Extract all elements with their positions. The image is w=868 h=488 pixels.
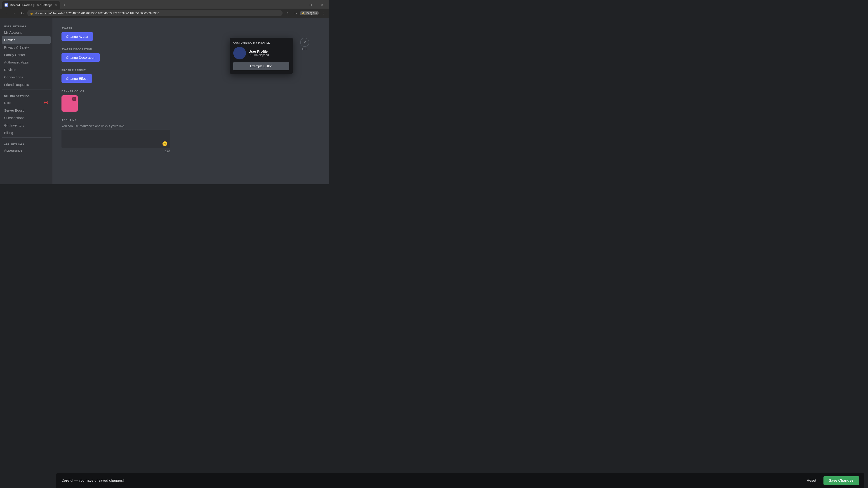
settings-sidebar: User Settings My Account Profiles Privac… [0, 18, 53, 184]
appearance-label: Appearance [4, 149, 22, 152]
sidebar-item-family-center[interactable]: Family Center [2, 51, 51, 59]
tab-title: Discord | Profiles | User Settings [10, 3, 52, 7]
app-container: User Settings My Account Profiles Privac… [0, 18, 329, 184]
tab-bar: Discord | Profiles | User Settings ✕ + ─… [0, 0, 329, 8]
billing-settings-section-label: Billing Settings [2, 93, 51, 98]
billing-label: Billing [4, 131, 13, 135]
sidebar-item-authorized-apps[interactable]: Authorized Apps [2, 59, 51, 66]
authorized-apps-label: Authorized Apps [4, 60, 29, 64]
app-settings-section-label: App Settings [2, 141, 51, 147]
esc-close-button[interactable]: ✕ [300, 38, 309, 47]
incognito-icon: 🕵️ [302, 11, 305, 15]
sidebar-item-my-account[interactable]: My Account [2, 29, 51, 36]
profile-preview-panel: Customizing My Profile 🚀 User Profile 01… [230, 38, 293, 74]
char-count: 190 [61, 150, 170, 153]
sidebar-item-gift-inventory[interactable]: Gift Inventory [2, 122, 51, 129]
sidebar-item-billing[interactable]: Billing [2, 129, 51, 136]
friend-requests-label: Friend Requests [4, 83, 29, 87]
privacy-safety-label: Privacy & Safety [4, 45, 29, 49]
change-effect-button[interactable]: Change Effect [61, 74, 92, 83]
profile-info: User Profile 01 : 06 elapsed [249, 50, 289, 57]
banner-color-edit-icon: ✏ [72, 97, 76, 101]
new-tab-button[interactable]: + [61, 2, 68, 8]
url-text: discord.com/channels/1182346851781984336… [35, 11, 159, 15]
nitro-badge [44, 100, 49, 105]
sidebar-item-connections[interactable]: Connections [2, 73, 51, 81]
forward-button[interactable]: → [11, 10, 17, 16]
window-controls: ─ ❐ ✕ [294, 1, 327, 9]
back-button[interactable]: ← [3, 10, 9, 16]
char-count-value: 190 [165, 150, 170, 153]
sidebar-item-privacy-safety[interactable]: Privacy & Safety [2, 43, 51, 51]
profile-preview-card: 🚀 User Profile 01 : 06 elapsed [233, 47, 289, 59]
minimize-button[interactable]: ─ [294, 1, 305, 9]
profile-avatar: 🚀 [233, 47, 246, 59]
banner-color-section: Banner Color ✏ [61, 90, 320, 111]
change-decoration-button[interactable]: Change Decoration [61, 53, 100, 62]
my-account-label: My Account [4, 31, 22, 34]
user-settings-section-label: User Settings [2, 23, 51, 29]
address-bar-row: ← → ↻ 🔒 discord.com/channels/11823468517… [0, 8, 329, 18]
browser-chrome: Discord | Profiles | User Settings ✕ + ─… [0, 0, 329, 18]
subscriptions-label: Subscriptions [4, 116, 24, 120]
incognito-label: Incognito [306, 11, 317, 15]
about-me-label: About Me [61, 119, 320, 122]
gift-inventory-label: Gift Inventory [4, 123, 24, 127]
browser-actions: ☆ ▭ 🕵️ Incognito ⋮ [284, 10, 327, 16]
profile-elapsed: 01 : 06 elapsed [249, 53, 289, 57]
sidebar-item-appearance[interactable]: Appearance [2, 147, 51, 154]
close-button[interactable]: ✕ [317, 1, 327, 9]
esc-button-group: ✕ ESC [300, 38, 309, 51]
server-boost-label: Server Boost [4, 108, 24, 112]
nitro-label: Nitro [4, 101, 11, 105]
refresh-button[interactable]: ↻ [19, 10, 25, 16]
connections-label: Connections [4, 75, 23, 79]
sidebar-item-profiles[interactable]: Profiles [2, 36, 51, 43]
main-content: Avatar Change Avatar Avatar Decoration C… [53, 18, 329, 184]
bookmark-button[interactable]: ☆ [284, 10, 291, 16]
tab-close-btn[interactable]: ✕ [54, 3, 58, 7]
sidebar-item-nitro[interactable]: Nitro [2, 98, 51, 107]
sidebar-item-subscriptions[interactable]: Subscriptions [2, 114, 51, 122]
svg-point-2 [45, 102, 47, 103]
about-me-textarea-wrapper: 😊 [61, 130, 170, 149]
change-avatar-button[interactable]: Change Avatar [61, 32, 93, 41]
svg-point-0 [5, 4, 7, 6]
esc-label: ESC [302, 48, 307, 51]
sidebar-item-devices[interactable]: Devices [2, 66, 51, 73]
svg-rect-3 [235, 48, 244, 58]
lock-icon: 🔒 [30, 11, 33, 15]
family-center-label: Family Center [4, 53, 25, 57]
tab-favicon [4, 3, 8, 7]
active-tab[interactable]: Discord | Profiles | User Settings ✕ [2, 1, 60, 8]
profiles-label: Profiles [4, 38, 16, 42]
banner-color-swatch[interactable]: ✏ [61, 95, 78, 111]
sidebar-item-friend-requests[interactable]: Friend Requests [2, 81, 51, 88]
address-bar[interactable]: 🔒 discord.com/channels/11823468517819843… [27, 10, 283, 16]
incognito-badge[interactable]: 🕵️ Incognito [300, 11, 319, 15]
sidebar-button[interactable]: ▭ [292, 10, 298, 16]
banner-color-label: Banner Color [61, 90, 320, 93]
devices-label: Devices [4, 68, 16, 72]
emoji-picker-button[interactable]: 😊 [162, 141, 168, 147]
about-me-section: About Me You can use markdown and links … [61, 119, 320, 153]
sidebar-item-server-boost[interactable]: Server Boost [2, 107, 51, 114]
about-me-textarea[interactable] [61, 130, 170, 148]
about-me-description: You can use markdown and links if you'd … [61, 124, 320, 128]
restore-button[interactable]: ❐ [306, 1, 316, 9]
menu-button[interactable]: ⋮ [320, 10, 327, 16]
profile-username: User Profile [249, 50, 289, 53]
avatar-section-label: Avatar [61, 27, 320, 30]
example-button[interactable]: Example Button [233, 62, 289, 70]
profile-preview-title: Customizing My Profile [233, 41, 289, 44]
